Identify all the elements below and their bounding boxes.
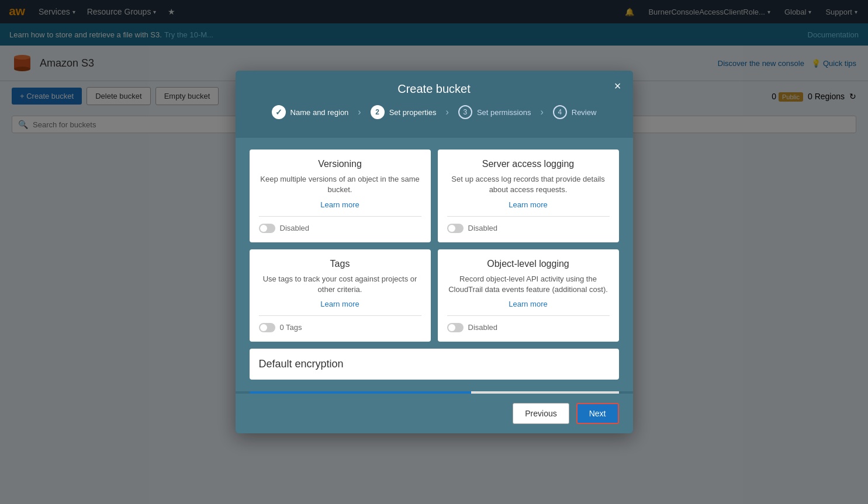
versioning-divider [259,216,421,217]
tags-learn-more[interactable]: Learn more [259,300,421,308]
modal-overlay: Create bucket × ✓ Name and region › 2 Se [0,0,868,504]
versioning-toggle-row: Disabled [259,224,421,233]
cards-grid: Versioning Keep multiple versions of an … [250,150,619,342]
next-label: Next [589,409,606,418]
modal-close-button[interactable]: × [614,80,621,92]
server-access-logging-title: Server access logging [447,159,610,169]
tags-description: Use tags to track your cost against proj… [259,274,421,295]
step-1-label: Name and region [291,108,349,117]
step-2-label: Set properties [389,108,437,117]
tags-toggle[interactable] [259,323,275,332]
versioning-toggle-label: Disabled [280,224,310,232]
server-access-logging-toggle-label: Disabled [468,224,498,232]
step-3: 3 Set permissions [449,105,540,119]
server-access-logging-card: Server access logging Set up access log … [438,150,619,242]
server-access-logging-toggle-row: Disabled [447,224,610,233]
previous-button[interactable]: Previous [513,403,569,424]
versioning-description: Keep multiple versions of an object in t… [259,174,421,195]
next-button[interactable]: Next [576,403,619,424]
previous-label: Previous [525,409,556,418]
object-level-logging-toggle[interactable] [447,323,464,332]
step-1-check: ✓ [272,105,286,119]
step-1: ✓ Name and region [262,105,358,119]
object-level-logging-card: Object-level logging Record object-level… [438,249,619,342]
object-level-logging-description: Record object-level API activity using t… [447,274,610,295]
default-encryption-title: Default encryption [259,358,610,370]
tags-divider [259,315,421,316]
object-level-logging-divider [447,315,610,316]
step-4-circle: 4 [553,105,567,119]
versioning-learn-more[interactable]: Learn more [259,200,421,209]
versioning-title: Versioning [259,159,421,169]
default-encryption-card: Default encryption [250,349,619,380]
step-4: 4 Review [544,105,606,119]
server-access-logging-divider [447,216,610,217]
step-4-label: Review [572,108,597,117]
versioning-card: Versioning Keep multiple versions of an … [250,150,431,242]
server-access-logging-toggle[interactable] [447,224,464,233]
step-3-circle: 3 [458,105,472,119]
object-level-logging-toggle-label: Disabled [468,323,498,332]
step-2: 2 Set properties [361,105,446,119]
modal-footer: Previous Next [236,394,633,433]
object-level-logging-toggle-row: Disabled [447,323,610,332]
steps-bar: ✓ Name and region › 2 Set properties › 3… [250,105,619,128]
versioning-toggle[interactable] [259,224,275,233]
main-area: Amazon S3 Discover the new console 💡 Qui… [0,46,868,504]
step-2-circle: 2 [371,105,385,119]
object-level-logging-learn-more[interactable]: Learn more [447,300,610,308]
step-3-label: Set permissions [477,108,531,117]
tags-toggle-label: 0 Tags [280,323,302,332]
close-icon: × [614,79,621,92]
tags-toggle-row: 0 Tags [259,323,421,332]
modal-header: Create bucket × ✓ Name and region › 2 Se [236,71,633,138]
create-bucket-modal: Create bucket × ✓ Name and region › 2 Se [236,71,633,433]
modal-body: Versioning Keep multiple versions of an … [236,138,633,391]
modal-title: Create bucket [250,82,619,96]
tags-card: Tags Use tags to track your cost against… [250,249,431,342]
tags-title: Tags [259,259,421,269]
object-level-logging-title: Object-level logging [447,259,610,269]
server-access-logging-description: Set up access log records that provide d… [447,174,610,195]
server-access-logging-learn-more[interactable]: Learn more [447,200,610,209]
